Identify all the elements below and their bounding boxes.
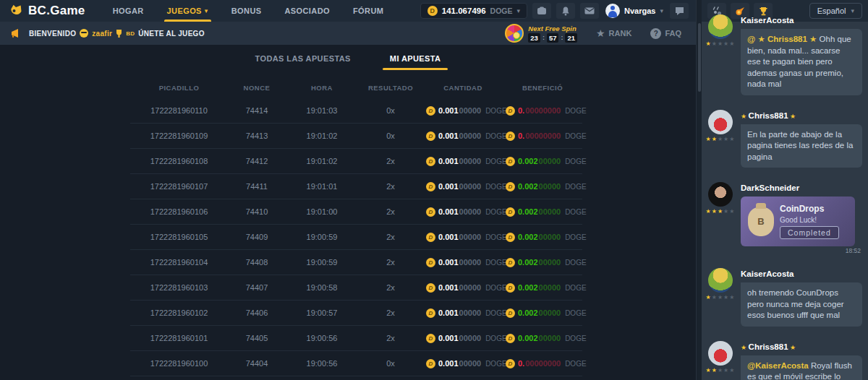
spin-wheel-icon bbox=[505, 24, 524, 43]
chat-message-body: ★ Chriss881 ★@KaiserAcosta Royal flush e… bbox=[741, 341, 862, 380]
logo-text: BC.Game bbox=[28, 4, 85, 18]
chat-scrollbar[interactable] bbox=[696, 0, 702, 380]
coindrops-card[interactable]: BCoinDropsGood Luck!Completed bbox=[741, 197, 855, 246]
balance-selector[interactable]: D 141.067496 DOGE ▾ bbox=[420, 3, 527, 19]
doge-coin-icon: D bbox=[506, 308, 515, 318]
star-filled-icon: ★ bbox=[706, 294, 712, 301]
nav-item-fórum[interactable]: FÓRUM bbox=[344, 0, 392, 22]
coindrops-completed-button[interactable]: Completed bbox=[780, 226, 839, 239]
table-row[interactable]: 17222819601067441019:01:002xD0.00100000D… bbox=[130, 199, 582, 225]
tab-my-bets[interactable]: MI APUESTA bbox=[383, 54, 448, 70]
bet-profit-rest: 00000000 bbox=[525, 131, 561, 140]
nav-item-bonus[interactable]: BONUS bbox=[223, 0, 271, 22]
star-empty-icon: ★ bbox=[718, 294, 723, 301]
mention-link[interactable]: @ ★ Chriss881 ★ bbox=[747, 35, 820, 43]
avatar-chriss881[interactable] bbox=[708, 110, 733, 134]
chat-message: ★★★★★KaiserAcostaoh tremendo CounDrops p… bbox=[706, 268, 862, 331]
bet-amount: D0.00100000DOGE bbox=[423, 131, 503, 141]
star-filled-icon: ★ bbox=[741, 344, 749, 351]
doge-coin-icon: D bbox=[506, 157, 515, 166]
chevron-down-icon: ▾ bbox=[660, 7, 663, 14]
bet-result: 2x bbox=[358, 157, 423, 165]
doge-coin-icon: D bbox=[426, 308, 435, 318]
bet-hash: 1722281960108 bbox=[130, 157, 228, 165]
table-row[interactable]: 17222819601047440819:00:592xD0.00100000D… bbox=[130, 250, 582, 275]
bet-profit-rest: 00000 bbox=[539, 258, 561, 267]
bet-profit: D0.00000000DOGE bbox=[503, 106, 582, 116]
notifications-bell-button[interactable] bbox=[556, 3, 575, 19]
table-row[interactable]: 17222819601007440419:00:560xD0.00100000D… bbox=[130, 351, 582, 376]
scrollbar-thumb[interactable] bbox=[698, 23, 701, 92]
bet-hash: 1722281960103 bbox=[130, 283, 228, 292]
mention-link[interactable]: @KaiserAcosta bbox=[747, 361, 811, 370]
chat-message-left: ★★★★★ bbox=[706, 182, 735, 258]
bet-amount: D0.00100000DOGE bbox=[423, 258, 503, 267]
star-filled-icon: ★ bbox=[741, 113, 749, 120]
chat-username[interactable]: ★ Chriss881 ★ bbox=[741, 342, 862, 351]
chat-username[interactable]: ★ Chriss881 ★ bbox=[741, 111, 862, 120]
user-rating-stars: ★★★★★ bbox=[706, 368, 736, 373]
bet-nonce: 74410 bbox=[228, 207, 286, 216]
chat-message-body: KaiserAcosta@ ★ Chriss881 ★ Ohh que bien… bbox=[741, 14, 862, 100]
rank-star-icon: ★ bbox=[596, 27, 605, 39]
bet-profit-main: 0.002 bbox=[518, 157, 538, 165]
chat-message-left: ★★★★★ bbox=[706, 14, 735, 100]
wallet-button[interactable] bbox=[532, 3, 551, 19]
col-header-result: RESULTADO bbox=[358, 84, 423, 92]
bet-amount-main: 0.001 bbox=[438, 106, 459, 115]
bet-hash: 1722281960102 bbox=[130, 308, 228, 317]
table-row[interactable]: 17222819601057440919:00:592xD0.00100000D… bbox=[130, 225, 582, 250]
faq-button[interactable]: ? FAQ bbox=[650, 28, 681, 39]
free-spin-widget[interactable]: Next Free Spin 23: 57: 21 bbox=[505, 24, 577, 43]
table-row[interactable]: 17222819601017440519:00:562xD0.00100000D… bbox=[130, 326, 582, 351]
star-empty-icon: ★ bbox=[729, 136, 735, 142]
table-row[interactable]: 17222819601027440619:00:572xD0.00100000D… bbox=[130, 301, 582, 326]
table-row[interactable]: 17222819601087441219:01:022xD0.00100000D… bbox=[130, 149, 582, 174]
bet-time: 19:00:57 bbox=[286, 308, 358, 317]
avatar-darkschneider[interactable] bbox=[708, 182, 733, 207]
bet-amount-rest: 00000 bbox=[459, 106, 482, 115]
bet-result: 2x bbox=[358, 334, 423, 342]
mail-button[interactable] bbox=[580, 3, 599, 19]
bet-amount-rest: 00000 bbox=[459, 233, 482, 241]
avatar-chriss881[interactable] bbox=[708, 341, 733, 366]
chat-toggle-button[interactable] bbox=[670, 3, 689, 19]
bet-time: 19:01:02 bbox=[286, 131, 358, 140]
bcgame-logo[interactable]: BC.Game bbox=[9, 4, 85, 18]
bet-profit-main: 0.002 bbox=[518, 283, 538, 292]
bet-time: 19:00:59 bbox=[286, 233, 358, 241]
nav-item-juegos[interactable]: JUEGOS▾ bbox=[158, 0, 217, 22]
bet-nonce: 74404 bbox=[228, 359, 286, 368]
user-menu[interactable]: Nvargas ▾ bbox=[605, 4, 663, 18]
table-row[interactable]: 17222819601077441119:01:012xD0.00100000D… bbox=[130, 174, 582, 199]
bet-amount-main: 0.001 bbox=[438, 207, 459, 216]
countdown-hours: 23 bbox=[528, 33, 540, 43]
chat-username[interactable]: DarkSchneider bbox=[741, 183, 862, 192]
avatar-kaiseracosta[interactable] bbox=[708, 268, 733, 293]
bet-amount: D0.00100000DOGE bbox=[423, 334, 503, 343]
coindrops-title: CoinDrops bbox=[780, 204, 839, 214]
table-row[interactable]: 17222819601097441319:01:020xD0.00100000D… bbox=[130, 124, 582, 149]
message-timestamp: 18:52 bbox=[741, 247, 861, 254]
bet-profit-main: 0. bbox=[518, 359, 524, 368]
bet-nonce: 74412 bbox=[228, 157, 286, 165]
welcome-username[interactable]: zaafir bbox=[92, 30, 112, 38]
bet-amount: D0.00100000DOGE bbox=[423, 106, 503, 116]
bet-profit-rest: 00000 bbox=[539, 308, 561, 317]
megaphone-icon bbox=[10, 28, 22, 38]
rank-button[interactable]: ★ RANK bbox=[596, 27, 631, 39]
table-row[interactable]: 17222819601107441419:01:030xD0.00100000D… bbox=[130, 98, 582, 124]
countdown-seconds: 21 bbox=[565, 33, 577, 43]
tab-all-bets[interactable]: TODAS LAS APUESTAS bbox=[248, 54, 358, 70]
bet-profit-rest: 00000 bbox=[539, 334, 561, 342]
chat-username[interactable]: KaiserAcosta bbox=[741, 16, 862, 25]
bet-time: 19:01:03 bbox=[286, 106, 358, 115]
bet-profit-main: 0.002 bbox=[518, 233, 538, 241]
nav-item-hogar[interactable]: HOGAR bbox=[104, 0, 153, 22]
bet-profit: D0.00200000DOGE bbox=[503, 334, 582, 343]
avatar-kaiseracosta[interactable] bbox=[708, 14, 733, 39]
nav-item-asociado[interactable]: ASOCIADO bbox=[276, 0, 338, 22]
bet-profit-currency: DOGE bbox=[565, 157, 586, 165]
chat-username[interactable]: KaiserAcosta bbox=[741, 269, 862, 278]
table-row[interactable]: 17222819601037440719:00:582xD0.00100000D… bbox=[130, 275, 582, 301]
